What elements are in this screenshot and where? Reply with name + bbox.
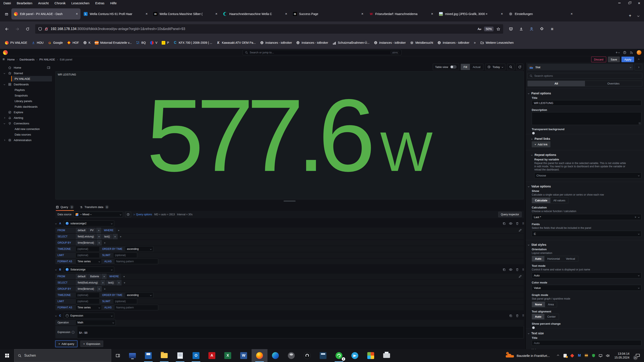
remove-icon[interactable]: × (112, 234, 118, 239)
format-as-select[interactable]: Time series (76, 305, 102, 310)
duplicate-query-icon[interactable] (502, 222, 506, 225)
url-bar[interactable]: 192.168.178.134:3000/d/fdkkik3nokveod/pv… (35, 24, 503, 34)
add-field-icon[interactable]: + (118, 234, 123, 239)
from-db-chip[interactable]: default (76, 274, 88, 279)
avatar[interactable] (637, 50, 642, 55)
chevron-down-icon[interactable] (3, 84, 6, 85)
tab-close-icon[interactable]: × (146, 12, 148, 16)
remove-icon[interactable]: × (96, 228, 101, 233)
raw-query-pencil-icon[interactable] (519, 228, 524, 233)
notepad-app-icon[interactable] (172, 349, 188, 362)
office-app-icon[interactable] (363, 349, 379, 362)
window-restore-button[interactable] (624, 0, 634, 6)
time-range-picker[interactable]: Today (485, 64, 505, 70)
refresh-button[interactable] (516, 64, 523, 70)
start-button[interactable] (0, 349, 14, 362)
pane-resize-handle[interactable] (54, 199, 526, 203)
menu-datei[interactable]: Datei (4, 1, 11, 5)
info-icon[interactable]: i (72, 331, 74, 334)
bookmark-hof[interactable]: HOF (65, 40, 81, 46)
taskbar-clock[interactable]: 13:04:14 15.05.2024 (612, 352, 632, 360)
order-by-select[interactable]: ascending (125, 246, 153, 252)
panel-links-header[interactable]: Panel links (526, 136, 644, 141)
order-by-select[interactable]: ascending (125, 292, 153, 298)
sidebar-item-home[interactable]: Home (0, 65, 54, 70)
orientation-horizontal-option[interactable]: Horizontal (544, 256, 563, 261)
breadcrumb-home[interactable]: Home (7, 58, 15, 61)
gimp-app-icon[interactable] (283, 349, 299, 362)
news-rss-icon[interactable] (630, 51, 633, 54)
add-new-button[interactable]: + (616, 51, 620, 54)
limit-input[interactable] (76, 252, 100, 258)
sidebar-item-library-panels[interactable]: Library panels (0, 98, 54, 104)
datasource-help-icon[interactable] (125, 212, 131, 217)
text-mode-select[interactable]: Auto (532, 272, 642, 278)
alias-input[interactable] (114, 259, 158, 264)
bookmark-iobroker-4[interactable]: instances - ioBroker (436, 40, 472, 46)
stat-styles-header[interactable]: Stat styles (526, 242, 644, 247)
file-explorer-app-icon[interactable] (156, 349, 172, 362)
tab-close-icon[interactable]: × (215, 12, 218, 16)
bookmark-iobroker-3[interactable]: instances - ioBroker (372, 40, 408, 46)
tab-transform-data[interactable]: Transform data 0 (80, 205, 109, 211)
select-fn-chip[interactable]: last() (106, 280, 116, 286)
format-as-select[interactable]: Time series (76, 259, 102, 264)
tab-close-icon[interactable]: × (501, 12, 503, 16)
drag-handle-icon[interactable]: ⠿ (522, 222, 524, 225)
add-expression-button[interactable]: +Expression (80, 341, 103, 347)
delete-query-trash-icon[interactable] (516, 268, 519, 271)
remote-desktop-app-icon[interactable] (124, 349, 140, 362)
hide-query-eye-icon[interactable] (509, 222, 512, 225)
telegram-app-icon[interactable] (347, 349, 363, 362)
calculator-app-icon[interactable] (315, 349, 331, 362)
operation-select[interactable]: Math (76, 320, 116, 325)
menu-lesezeichen[interactable]: Lesezeichen (71, 1, 89, 5)
sidebar-item-add-new-connection[interactable]: Add new connection (0, 126, 54, 132)
text-size-header[interactable]: Text size (526, 331, 644, 336)
collapse-icon[interactable] (55, 315, 57, 316)
collapse-icon[interactable] (55, 223, 57, 224)
new-tab-button[interactable]: + (626, 12, 634, 19)
tab-close-icon[interactable]: × (76, 12, 78, 16)
extensions-puzzle-icon[interactable] (538, 25, 546, 33)
bookmark-v[interactable]: V (148, 40, 159, 46)
limit-input[interactable] (76, 299, 100, 304)
query-b-datasource-picker[interactable]: Solaranzeige (64, 267, 114, 273)
tab-wella-hs61[interactable]: i. Wella Contura HS 61 Profi Haar × (81, 8, 150, 19)
text-align-auto-option[interactable]: Auto (532, 314, 544, 319)
expression-input[interactable] (77, 326, 524, 339)
delete-query-trash-icon[interactable] (516, 314, 519, 317)
tray-defender-shield-icon[interactable] (592, 354, 596, 358)
search-options-box[interactable]: Search options (528, 73, 642, 79)
text-size-title-input[interactable] (532, 340, 642, 346)
sidebar-item-administration[interactable]: Administration (0, 137, 54, 143)
repeat-options-header[interactable]: Repeat options (526, 152, 644, 157)
tab-grafana[interactable]: Edit panel - PV ANLAGE - Dash × (12, 8, 80, 19)
repeat-variable-select[interactable]: Choose (534, 172, 642, 178)
value-options-header[interactable]: Value options (526, 184, 644, 189)
bookmark-star-icon[interactable] (496, 27, 500, 31)
from-measurement-chip[interactable]: Batterie (88, 274, 101, 279)
window-close-button[interactable]: × (634, 0, 644, 6)
zoom-level-badge[interactable]: 50% (484, 26, 494, 31)
raw-query-pencil-icon[interactable] (519, 274, 524, 279)
from-measurement-chip[interactable]: PV (88, 228, 96, 233)
bookmark-hou[interactable]: HOU (30, 40, 46, 46)
collapse-icon[interactable] (55, 269, 57, 270)
obs-app-icon[interactable] (299, 349, 315, 362)
remove-icon[interactable]: × (102, 274, 107, 279)
add-link-button[interactable]: +Add link (532, 141, 550, 147)
calculation-select[interactable]: Last *× (532, 214, 642, 220)
orientation-auto-option[interactable]: Auto (532, 256, 544, 261)
backup-app-icon[interactable] (140, 349, 156, 362)
bookmark-kawasaki[interactable]: KKawasaki ATV OEM Pa... (214, 40, 258, 46)
apply-button[interactable]: Apply (622, 57, 634, 62)
bookmark-meistbesucht[interactable]: Meistbesucht (408, 40, 435, 46)
collapse-options-button[interactable] (636, 57, 642, 62)
text-align-center-option[interactable]: Center (544, 314, 559, 319)
bookmark-motorrad[interactable]: MSPMotorrad Ersatzteile v... (93, 40, 134, 46)
sidebar-item-public-dashboards[interactable]: Public dashboards (0, 104, 54, 109)
tab-close-icon[interactable]: × (431, 12, 433, 16)
dock-menu-icon[interactable] (47, 66, 50, 69)
table-view-toggle[interactable]: Table view (433, 64, 459, 70)
